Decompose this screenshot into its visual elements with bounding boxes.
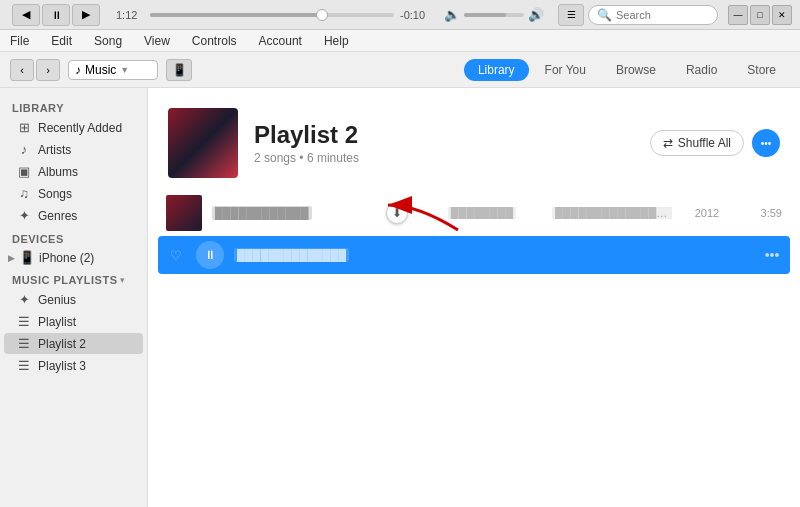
sidebar-item-playlist[interactable]: ☰ Playlist bbox=[4, 311, 143, 332]
device-view-button[interactable]: 📱 bbox=[166, 59, 192, 81]
table-row[interactable]: ♡ ⏸ ██████████████ ••• bbox=[158, 236, 790, 274]
artists-icon: ♪ bbox=[16, 142, 32, 157]
shuffle-all-button[interactable]: ⇄ Shuffle All bbox=[650, 130, 744, 156]
sidebar-label-iphone: iPhone (2) bbox=[39, 251, 94, 265]
volume-icon: 🔈 bbox=[444, 7, 460, 22]
menu-edit[interactable]: Edit bbox=[47, 32, 76, 50]
pause-track-button[interactable]: ⏸ bbox=[196, 241, 224, 269]
source-selector[interactable]: ♪ Music ▼ bbox=[68, 60, 158, 80]
table-row[interactable]: ████████████ ⬇ ████████ ████████████████… bbox=[158, 190, 790, 236]
progress-thumb bbox=[316, 9, 328, 21]
track-list: ████████████ ⬇ ████████ ████████████████… bbox=[148, 190, 800, 274]
search-box[interactable]: 🔍 bbox=[588, 5, 718, 25]
shuffle-label: Shuffle All bbox=[678, 136, 731, 150]
progress-bar[interactable] bbox=[150, 13, 394, 17]
playlists-collapse-icon[interactable]: ▾ bbox=[120, 275, 125, 285]
playlist-artwork bbox=[168, 108, 238, 178]
sidebar-label-playlist: Playlist bbox=[38, 315, 76, 329]
sidebar-item-songs[interactable]: ♫ Songs bbox=[4, 183, 143, 204]
menu-account[interactable]: Account bbox=[255, 32, 306, 50]
rewind-button[interactable]: ◀ bbox=[12, 4, 40, 26]
pause-icon: ⏸ bbox=[204, 248, 216, 262]
playlist-actions: ⇄ Shuffle All ••• bbox=[650, 129, 780, 157]
track-1-album-text: ████████ bbox=[448, 207, 516, 219]
track-1-art-inner bbox=[166, 195, 202, 231]
menu-controls[interactable]: Controls bbox=[188, 32, 241, 50]
tab-store[interactable]: Store bbox=[733, 59, 790, 81]
playlist-info: Playlist 2 2 songs • 6 minutes bbox=[254, 121, 634, 165]
albums-icon: ▣ bbox=[16, 164, 32, 179]
track-1-year-text: 2012 bbox=[695, 207, 719, 219]
playlist2-icon: ☰ bbox=[16, 336, 32, 351]
list-view-button[interactable]: ☰ bbox=[558, 4, 584, 26]
sidebar-label-albums: Albums bbox=[38, 165, 78, 179]
current-time: 1:12 bbox=[116, 9, 144, 21]
sidebar-label-recently-added: Recently Added bbox=[38, 121, 122, 135]
sidebar-item-playlist3[interactable]: ☰ Playlist 3 bbox=[4, 355, 143, 376]
menu-file[interactable]: File bbox=[6, 32, 33, 50]
sidebar-label-genius: Genius bbox=[38, 293, 76, 307]
icloud-download-icon[interactable]: ⬇ bbox=[386, 202, 408, 224]
sidebar-label-songs: Songs bbox=[38, 187, 72, 201]
pause-button[interactable]: ⏸ bbox=[42, 4, 70, 26]
progress-fill bbox=[150, 13, 321, 17]
sidebar-label-playlist2: Playlist 2 bbox=[38, 337, 86, 351]
fast-forward-button[interactable]: ▶ bbox=[72, 4, 100, 26]
progress-area: 1:12 -0:10 bbox=[116, 9, 428, 21]
sidebar: Library ⊞ Recently Added ♪ Artists ▣ Alb… bbox=[0, 88, 148, 507]
track-1-duration: 3:59 bbox=[742, 207, 782, 219]
track-2-name: ██████████████ bbox=[234, 248, 752, 262]
tab-radio[interactable]: Radio bbox=[672, 59, 731, 81]
playlist-header: Playlist 2 2 songs • 6 minutes ⇄ Shuffle… bbox=[148, 88, 800, 190]
track-1-album-extra: ████████████████ bbox=[552, 207, 672, 219]
track-1-name-text: ████████████ bbox=[212, 206, 312, 220]
sidebar-item-playlist2[interactable]: ☰ Playlist 2 bbox=[4, 333, 143, 354]
sidebar-item-genius[interactable]: ✦ Genius bbox=[4, 289, 143, 310]
search-input[interactable] bbox=[616, 9, 716, 21]
forward-button[interactable]: › bbox=[36, 59, 60, 81]
tab-for-you[interactable]: For You bbox=[531, 59, 600, 81]
track-2-name-text: ██████████████ bbox=[234, 248, 349, 262]
sidebar-label-genres: Genres bbox=[38, 209, 77, 223]
maximize-button[interactable]: □ bbox=[750, 5, 770, 25]
sidebar-item-genres[interactable]: ✦ Genres bbox=[4, 205, 143, 226]
playlist-name: Playlist 2 bbox=[254, 121, 634, 149]
sidebar-label-playlist3: Playlist 3 bbox=[38, 359, 86, 373]
volume-bar[interactable] bbox=[464, 13, 524, 17]
minimize-button[interactable]: — bbox=[728, 5, 748, 25]
nav-arrows: ‹ › bbox=[10, 59, 60, 81]
track-1-name: ████████████ bbox=[212, 206, 372, 220]
menu-view[interactable]: View bbox=[140, 32, 174, 50]
track-2-more-button[interactable]: ••• bbox=[762, 247, 782, 263]
tab-browse[interactable]: Browse bbox=[602, 59, 670, 81]
genius-icon: ✦ bbox=[16, 292, 32, 307]
track-1-album: ████████ bbox=[422, 207, 542, 219]
recently-added-icon: ⊞ bbox=[16, 120, 32, 135]
music-note-icon: ♪ bbox=[75, 63, 81, 77]
track-1-info: ████████████ bbox=[212, 206, 372, 220]
icloud-icon-area: ⬇ bbox=[382, 198, 412, 228]
source-label: Music bbox=[85, 63, 116, 77]
sidebar-item-iphone[interactable]: ▶ 📱 iPhone (2) bbox=[0, 247, 147, 268]
nav-bar: ‹ › ♪ Music ▼ 📱 Library For You Browse R… bbox=[0, 52, 800, 88]
close-button[interactable]: ✕ bbox=[772, 5, 792, 25]
more-dots-icon: ••• bbox=[761, 138, 772, 149]
menu-song[interactable]: Song bbox=[90, 32, 126, 50]
sidebar-item-albums[interactable]: ▣ Albums bbox=[4, 161, 143, 182]
playlists-header: Music Playlists ▾ bbox=[0, 268, 147, 288]
iphone-icon: 📱 bbox=[19, 250, 35, 265]
playback-controls: ◀ ⏸ ▶ bbox=[12, 4, 100, 26]
heart-button[interactable]: ♡ bbox=[166, 248, 186, 263]
menu-help[interactable]: Help bbox=[320, 32, 353, 50]
device-arrow-icon: ▶ bbox=[8, 253, 15, 263]
sidebar-item-artists[interactable]: ♪ Artists bbox=[4, 139, 143, 160]
sidebar-item-recently-added[interactable]: ⊞ Recently Added bbox=[4, 117, 143, 138]
track-2-info: ██████████████ bbox=[234, 248, 752, 262]
remaining-time: -0:10 bbox=[400, 9, 428, 21]
playlist-more-button[interactable]: ••• bbox=[752, 129, 780, 157]
track-1-year: 2012 bbox=[682, 207, 732, 219]
tab-library[interactable]: Library bbox=[464, 59, 529, 81]
track-1-duration-text: 3:59 bbox=[761, 207, 782, 219]
main-layout: Library ⊞ Recently Added ♪ Artists ▣ Alb… bbox=[0, 88, 800, 507]
back-button[interactable]: ‹ bbox=[10, 59, 34, 81]
